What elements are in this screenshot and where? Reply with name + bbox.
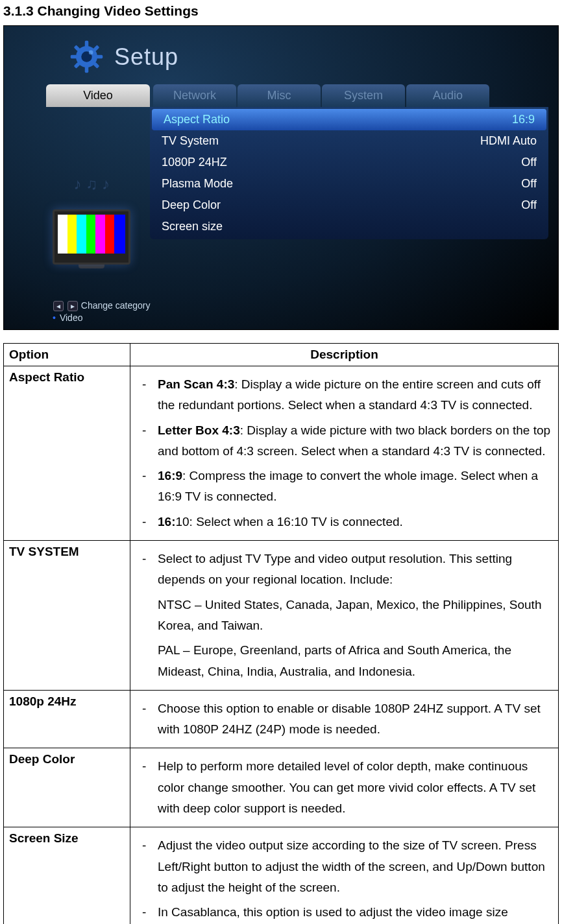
footer-hint: ◂ ▸ Change category •Video [53, 300, 150, 323]
header-option: Option [4, 344, 130, 366]
options-table: Option Description Aspect Ratio Pan Scan… [3, 343, 559, 924]
list-item: Pan Scan 4:3: Display a wide picture on … [136, 374, 553, 416]
left-arrow-icon: ◂ [53, 301, 64, 311]
value: Off [521, 177, 537, 191]
list-item: In Casablanca, this option is used to ad… [136, 902, 553, 923]
list-item: Select to adjust TV Type and video outpu… [136, 549, 553, 591]
label: Plasma Mode [162, 177, 233, 191]
hint-sub: Video [60, 313, 83, 323]
tab-video[interactable]: Video [46, 84, 150, 107]
svg-rect-3 [85, 66, 89, 73]
label: Deep Color [162, 198, 221, 212]
setting-screen-size[interactable]: Screen size [150, 216, 548, 237]
value: Off [521, 198, 537, 212]
setting-deep-color[interactable]: Deep Color Off [150, 195, 548, 216]
settings-list: Aspect Ratio 16:9 TV System HDMI Auto 10… [150, 107, 548, 239]
setup-title: Setup [114, 43, 178, 71]
setting-plasma-mode[interactable]: Plasma Mode Off [150, 173, 548, 195]
value: Off [521, 156, 537, 169]
option-name: Deep Color [4, 748, 130, 827]
tv-preview-icon [53, 209, 130, 265]
right-arrow-icon: ▸ [67, 301, 78, 311]
sidebar-decoration: ♪ ♫ ♪ [49, 175, 134, 268]
setting-aspect-ratio[interactable]: Aspect Ratio 16:9 [152, 109, 546, 130]
row-aspect-ratio: Aspect Ratio Pan Scan 4:3: Display a wid… [4, 366, 559, 541]
option-name: Aspect Ratio [4, 366, 130, 541]
label: Screen size [162, 220, 223, 233]
category-tabs: Video Network Misc System Audio [46, 84, 558, 107]
list-item: 16:9: Compress the image to convert the … [136, 466, 553, 508]
desc-paragraph: NTSC – United States, Canada, Japan, Mex… [136, 595, 553, 637]
hint-text: Change category [81, 300, 151, 311]
list-item: Letter Box 4:3: Display a wide picture w… [136, 420, 553, 462]
value: HDMI Auto [480, 134, 537, 148]
tab-network[interactable]: Network [153, 84, 236, 107]
tab-system[interactable]: System [322, 84, 405, 107]
row-screen-size: Screen Size Adjust the video output size… [4, 827, 559, 924]
tab-audio[interactable]: Audio [406, 84, 489, 107]
section-heading: 3.1.3 Changing Video Settings [0, 0, 562, 25]
svg-rect-2 [85, 41, 89, 47]
setting-1080p-24hz[interactable]: 1080P 24HZ Off [150, 152, 548, 173]
gear-icon [69, 39, 104, 75]
row-tv-system: TV SYSTEM Select to adjust TV Type and v… [4, 541, 559, 691]
list-item: Choose this option to enable or disable … [136, 698, 553, 740]
svg-point-10 [89, 51, 93, 55]
music-note-icon: ♪ ♫ ♪ [49, 175, 134, 193]
svg-rect-5 [96, 55, 103, 59]
tab-misc[interactable]: Misc [238, 84, 321, 107]
option-name: 1080p 24Hz [4, 690, 130, 748]
header-description: Description [130, 344, 559, 366]
setup-screenshot: Setup Video Network Misc System Audio As… [3, 25, 559, 330]
label: TV System [162, 134, 219, 148]
option-name: Screen Size [4, 827, 130, 924]
setting-tv-system[interactable]: TV System HDMI Auto [150, 130, 548, 152]
row-deep-color: Deep Color Help to perform more detailed… [4, 748, 559, 827]
value: 16:9 [512, 113, 535, 126]
row-1080p-24hz: 1080p 24Hz Choose this option to enable … [4, 690, 559, 748]
list-item: Help to perform more detailed level of c… [136, 756, 553, 819]
list-item: 16:10: Select when a 16:10 TV is connect… [136, 512, 553, 532]
label: 1080P 24HZ [162, 156, 227, 169]
list-item: Adjust the video output size according t… [136, 835, 553, 898]
svg-rect-4 [71, 55, 77, 59]
desc-paragraph: PAL – Europe, Greenland, parts of Africa… [136, 640, 553, 682]
option-name: TV SYSTEM [4, 541, 130, 691]
label: Aspect Ratio [164, 113, 230, 126]
